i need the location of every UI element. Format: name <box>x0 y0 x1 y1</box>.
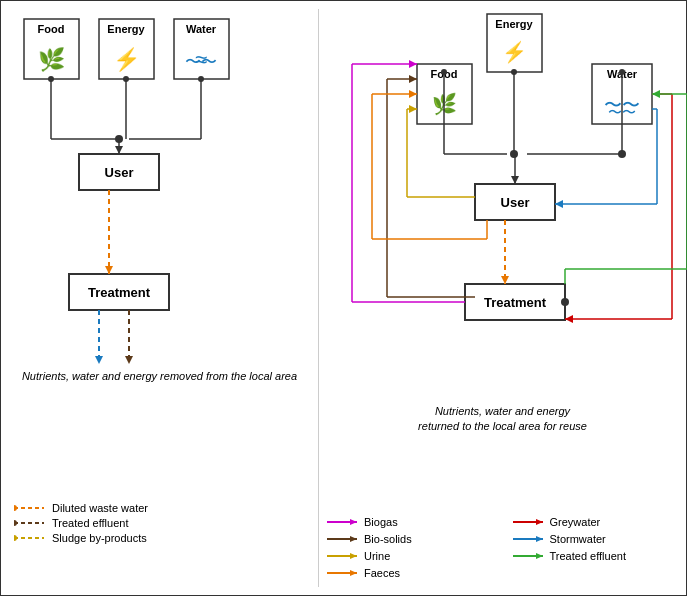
svg-text:Energy: Energy <box>495 18 533 30</box>
svg-marker-100 <box>536 519 543 525</box>
svg-marker-98 <box>350 519 357 525</box>
legend-greywater: Greywater <box>513 516 679 528</box>
legend-label-diluted: Diluted waste water <box>52 502 148 514</box>
svg-marker-96 <box>652 90 660 98</box>
main-container: Food Energy Water 🌿 ⚡ ≈ 〜〜 User Treatmen… <box>0 0 687 596</box>
svg-marker-102 <box>350 536 357 542</box>
svg-rect-10 <box>79 154 159 190</box>
svg-point-53 <box>510 150 518 158</box>
svg-marker-90 <box>555 200 563 208</box>
legend-item-treated: Treated effluent <box>14 517 148 529</box>
legend-label-treated: Treated effluent <box>52 517 128 529</box>
svg-point-36 <box>14 535 17 541</box>
svg-point-16 <box>48 76 54 82</box>
svg-marker-26 <box>105 266 113 274</box>
left-legend: Diluted waste water Treated effluent Slu… <box>14 502 148 547</box>
legend-item-diluted: Diluted waste water <box>14 502 148 514</box>
left-caption: Nutrients, water and energy removed from… <box>9 369 310 384</box>
svg-marker-29 <box>95 356 103 364</box>
svg-text:Water: Water <box>186 23 217 35</box>
svg-point-60 <box>618 150 626 158</box>
legend-faeces: Faeces <box>327 567 493 579</box>
svg-text:Treatment: Treatment <box>484 295 547 310</box>
right-legend: Biogas Greywater Bio-solids Stormwater U… <box>327 516 678 582</box>
svg-marker-73 <box>409 75 417 83</box>
svg-marker-110 <box>350 570 357 576</box>
legend-treated-effluent-right: Treated effluent <box>513 550 679 562</box>
legend-biosolids: Bio-solids <box>327 533 493 545</box>
svg-marker-106 <box>350 553 357 559</box>
svg-marker-24 <box>115 146 123 154</box>
svg-text:User: User <box>501 195 530 210</box>
right-diagram-svg: Energy ⚡ Food 🌿 Water 〜〜 〜〜 User Treatme… <box>327 9 687 404</box>
svg-point-32 <box>14 505 17 511</box>
legend-stormwater: Stormwater <box>513 533 679 545</box>
svg-marker-64 <box>501 276 509 284</box>
svg-marker-104 <box>536 536 543 542</box>
svg-marker-77 <box>409 105 417 113</box>
svg-text:⚡: ⚡ <box>113 46 141 73</box>
svg-marker-62 <box>511 176 519 184</box>
svg-rect-1 <box>99 19 154 79</box>
svg-text:Treatment: Treatment <box>88 285 151 300</box>
right-panel: Energy ⚡ Food 🌿 Water 〜〜 〜〜 User Treatme… <box>319 9 678 587</box>
left-panel: Food Energy Water 🌿 ⚡ ≈ 〜〜 User Treatmen… <box>9 9 319 587</box>
svg-text:User: User <box>105 165 134 180</box>
svg-text:⚡: ⚡ <box>502 40 527 64</box>
svg-marker-86 <box>565 315 573 323</box>
svg-text:≈: ≈ <box>195 47 207 72</box>
svg-rect-0 <box>24 19 79 79</box>
left-diagram-svg: Food Energy Water 🌿 ⚡ ≈ 〜〜 User Treatmen… <box>9 9 299 399</box>
svg-text:〜〜: 〜〜 <box>185 53 217 70</box>
legend-biogas: Biogas <box>327 516 493 528</box>
legend-urine: Urine <box>327 550 493 562</box>
svg-marker-108 <box>536 553 543 559</box>
svg-point-21 <box>198 76 204 82</box>
right-caption: Nutrients, water and energyreturned to t… <box>327 404 678 435</box>
svg-point-34 <box>14 520 17 526</box>
svg-marker-69 <box>409 60 417 68</box>
left-diagram: Food Energy Water 🌿 ⚡ ≈ 〜〜 User Treatmen… <box>9 9 310 399</box>
svg-point-65 <box>561 298 569 306</box>
svg-text:Energy: Energy <box>107 23 145 35</box>
svg-point-18 <box>123 76 129 82</box>
svg-marker-30 <box>125 356 133 364</box>
svg-rect-2 <box>174 19 229 79</box>
svg-text:Food: Food <box>38 23 65 35</box>
svg-point-22 <box>115 135 123 143</box>
legend-item-sludge: Sludge by-products <box>14 532 148 544</box>
svg-rect-12 <box>69 274 169 310</box>
svg-marker-82 <box>409 90 417 98</box>
legend-label-sludge: Sludge by-products <box>52 532 147 544</box>
svg-text:🌿: 🌿 <box>38 46 66 73</box>
